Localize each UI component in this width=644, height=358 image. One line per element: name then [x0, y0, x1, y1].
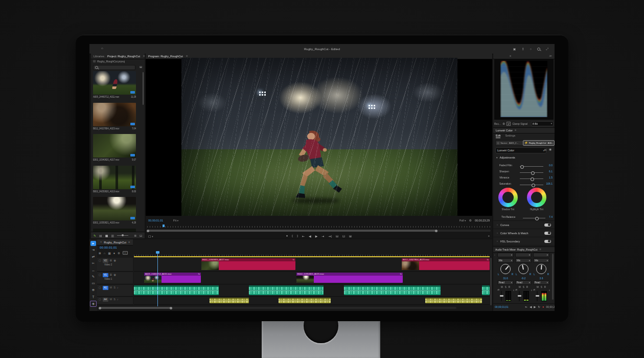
lumetri-section-row[interactable]: › Curves	[493, 220, 555, 229]
color-wheel[interactable]	[527, 188, 546, 207]
audio-clip[interactable]	[482, 285, 490, 295]
record-arm-button[interactable]: R	[544, 286, 546, 289]
linked-selection-icon[interactable]: ▦	[108, 252, 111, 255]
play-icon[interactable]: ▶	[315, 234, 318, 238]
color-wheel[interactable]	[498, 188, 518, 207]
step-forward-icon[interactable]: ⇥	[321, 234, 324, 238]
lock-icon[interactable]: ◻	[99, 274, 101, 277]
slider-knob[interactable]	[532, 184, 535, 187]
track-a4-header[interactable]: ◻A4MS♪	[97, 297, 133, 305]
razor-tool[interactable]: ✂	[90, 261, 96, 266]
video-clip[interactable]: E002_10350821_A015.mov fx	[296, 273, 403, 283]
slip-tool[interactable]: ↔	[90, 267, 96, 273]
track-a1-lane[interactable]	[134, 285, 490, 297]
program-playhead[interactable]	[163, 225, 165, 227]
slider-track[interactable]	[520, 178, 543, 179]
bin-clip-item[interactable]: E002_10350821_A015.mov4;29	[93, 197, 142, 227]
track-target-badge[interactable]: A4	[103, 298, 108, 302]
audio-clip[interactable]	[344, 285, 441, 295]
clip-thumbnail[interactable]	[93, 134, 136, 158]
snap-icon[interactable]: ∩	[104, 252, 106, 255]
tab-settings[interactable]: Settings	[505, 134, 515, 138]
pan-value[interactable]: 3.6	[533, 277, 549, 280]
bit-depth-select[interactable]: 8 Bit▾	[531, 121, 554, 126]
pan-knob[interactable]	[500, 264, 511, 274]
track-v1-lane[interactable]: A005_24460712_A011.mov fx E002_10350821_…	[134, 272, 490, 284]
track-v2-lane[interactable]: E002_10340820_A017.mov fx B012_04327804_…	[134, 258, 490, 272]
volume-fader[interactable]	[537, 291, 538, 301]
clip-thumbnail[interactable]	[93, 166, 136, 189]
panel-menu-icon[interactable]: ≡	[186, 55, 188, 58]
panel-menu-icon[interactable]: ≡	[540, 248, 541, 251]
volume-fader[interactable]	[519, 291, 520, 301]
ripple-edit-tool[interactable]: ⇄	[90, 254, 96, 259]
workspaces-icon[interactable]: ▣	[513, 48, 516, 51]
mute-button[interactable]: M	[537, 286, 539, 289]
solo-button[interactable]: S	[505, 286, 507, 289]
timeline-settings-wrench-icon[interactable]: ⚙	[118, 252, 120, 255]
mark-out-icon[interactable]: }	[297, 234, 298, 237]
pan-value[interactable]: 31.6	[497, 277, 514, 280]
playhead-line[interactable]	[157, 251, 158, 306]
tab-edit[interactable]: Edit	[496, 134, 500, 138]
slider-track[interactable]	[520, 185, 543, 185]
voiceover-mic-icon[interactable]: ♪	[117, 286, 119, 289]
clip-thumbnail[interactable]	[93, 103, 136, 126]
solo-icon[interactable]: S	[113, 286, 116, 289]
scope-settings-wrench-icon[interactable]: ⚙	[502, 122, 505, 125]
scroll-handle-dot[interactable]	[435, 230, 438, 232]
fader-handle[interactable]	[518, 295, 521, 297]
mute-icon[interactable]: M	[110, 298, 112, 301]
panel-menu-icon[interactable]: ≡	[143, 55, 145, 58]
toggle-track-output-icon[interactable]: ◉	[113, 259, 116, 262]
bin-scrollbar[interactable]	[143, 72, 144, 105]
captions-icon[interactable]: CC	[123, 251, 128, 255]
mixer-scrollbar[interactable]	[552, 254, 554, 300]
bin-search-input[interactable]	[93, 65, 135, 70]
clip-thumbnail[interactable]	[93, 197, 136, 220]
automation-mode-select[interactable]: Read▾	[533, 280, 549, 285]
record-icon[interactable]: ●	[542, 305, 544, 308]
sequence-clip-button[interactable]: ⚡Rugby_RoughCut · A00...	[523, 140, 555, 146]
scroll-handle-dot[interactable]	[170, 307, 172, 309]
toggle-track-output-icon[interactable]: ◉	[113, 274, 116, 277]
output-assign-select[interactable]: Mix▾	[497, 258, 514, 263]
chevron-right-icon[interactable]: ›	[497, 240, 498, 243]
mute-button[interactable]: M	[519, 286, 521, 289]
lumetri-section-row[interactable]: › Color Wheels & Match	[493, 229, 555, 237]
bin-clip-item[interactable]: A005_24460712_A011.mov11;29	[93, 71, 142, 101]
thumbnail-size-slider[interactable]	[117, 235, 128, 236]
comparison-view-icon[interactable]: ▢ ▾	[148, 234, 153, 238]
settings-wrench-icon[interactable]: ⚙	[469, 219, 472, 222]
track-v1-header[interactable]: ◻V1⊞◉ Video 1	[97, 272, 133, 284]
add-marker-icon[interactable]: ●	[113, 252, 115, 255]
extract-icon[interactable]: ⊡	[342, 234, 345, 238]
pan-knob[interactable]	[536, 264, 546, 274]
fader-handle[interactable]	[500, 295, 503, 297]
work-area-bar[interactable]	[134, 256, 490, 257]
timeline-ruler[interactable]	[134, 251, 490, 256]
edit-icon[interactable]: ✎	[94, 234, 96, 237]
audio-clip[interactable]	[210, 298, 249, 303]
slider-value[interactable]: 106.1	[546, 182, 553, 185]
video-clip[interactable]: E002_10340820_A017.mov fx	[201, 258, 295, 270]
add-marker-icon[interactable]: ♦	[286, 234, 288, 237]
share-icon[interactable]: ↥	[522, 48, 524, 51]
play-icon[interactable]: ▶	[534, 305, 536, 308]
progress-icon[interactable]: ○	[530, 48, 532, 51]
home-icon[interactable]: ⌂	[101, 47, 103, 50]
tab-project[interactable]: Project: Rugby_RoughCut	[107, 55, 140, 58]
input-assign-select[interactable]: ▾	[497, 253, 514, 257]
audio-clip[interactable]	[425, 298, 482, 303]
thumbnail-view-icon[interactable]: ▦	[105, 234, 108, 237]
output-assign-select[interactable]: Mix▾	[533, 258, 549, 263]
step-back-icon[interactable]: ◀	[530, 305, 532, 308]
pen-tool[interactable]: ✎	[90, 274, 96, 279]
voiceover-mic-icon[interactable]: ♪	[117, 298, 119, 301]
mute-button[interactable]: M	[501, 286, 503, 289]
input-assign-select[interactable]: ▾	[515, 253, 532, 257]
chevron-right-icon[interactable]: ›	[497, 223, 498, 227]
sequence-tab[interactable]: × Rugby_RoughCut ≡	[97, 239, 133, 245]
section-toggle[interactable]	[544, 240, 551, 243]
audio-clip[interactable]	[134, 285, 219, 295]
